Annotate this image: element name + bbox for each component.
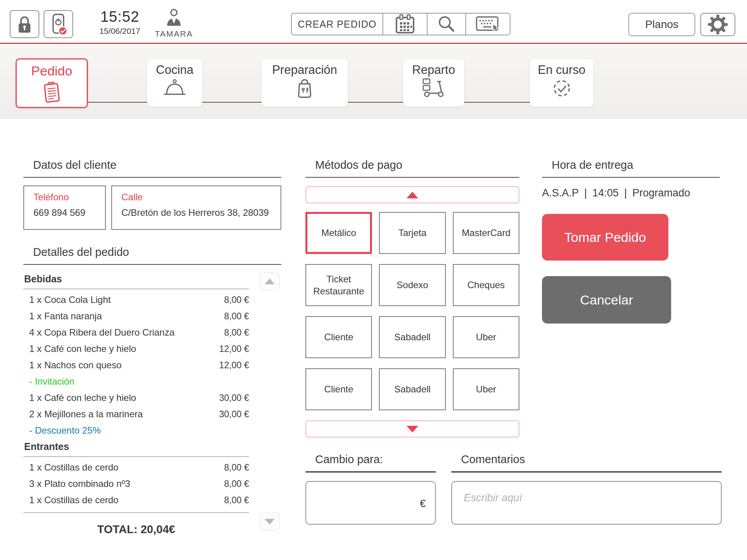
device-status-icon: [49, 12, 68, 36]
cloche-icon: [163, 79, 186, 98]
current-user: TAMARA: [153, 9, 195, 38]
payment-method-mastercard[interactable]: MasterCard: [453, 212, 519, 254]
tab-cocina[interactable]: Cocina: [147, 59, 202, 107]
cambio-section: Cambio para: €: [305, 453, 436, 525]
order-item-row[interactable]: 1 x Costillas de cerdo 8,00 €: [23, 492, 249, 508]
cambio-input[interactable]: [305, 481, 436, 525]
device-status-button[interactable]: [44, 10, 73, 38]
order-section-title: Detalles del pedido: [23, 246, 281, 265]
calendar-button[interactable]: [382, 14, 427, 35]
delivery-option-programado[interactable]: Programado: [632, 187, 690, 199]
payments-page-down-button[interactable]: [305, 420, 519, 438]
item-price: 12,00 €: [219, 360, 249, 371]
page-up-icon: [407, 192, 418, 198]
payments-section: Métodos de pago Metálico Tarjeta MasterC…: [305, 159, 519, 438]
delivery-options: A.S.A.P | 14:05 | Programado: [542, 187, 720, 199]
tab-pedido[interactable]: Pedido: [16, 58, 88, 108]
payment-method-ticket-restaurante[interactable]: Ticket Restaurante: [305, 264, 372, 306]
tab-preparacion[interactable]: Preparación: [261, 59, 348, 107]
search-button[interactable]: [427, 14, 465, 35]
modifier-text: - Descuento 25%: [29, 425, 101, 436]
order-scroll-down-button[interactable]: [260, 513, 280, 530]
comments-section: Comentarios: [451, 453, 722, 526]
street-value: C/Bretón de los Herreros 38, 28039: [121, 207, 281, 218]
tab-preparacion-label: Preparación: [272, 63, 337, 77]
order-notepad-icon: [40, 78, 63, 105]
tab-reparto-label: Reparto: [412, 63, 455, 77]
order-modifier-descuento[interactable]: - Descuento 25%: [23, 422, 249, 439]
payments-section-title: Métodos de pago: [305, 159, 519, 178]
payment-method-sabadell[interactable]: Sabadell: [379, 316, 445, 358]
street-field[interactable]: Calle C/Bretón de los Herreros 38, 28039: [111, 186, 281, 230]
order-item-row[interactable]: 1 x Café con leche y hielo 30,00 €: [23, 390, 249, 406]
order-scroll-up-button[interactable]: [260, 272, 280, 290]
order-modifier-invitacion[interactable]: - Invitación: [23, 373, 249, 390]
keyboard-button[interactable]: [465, 14, 510, 35]
scroll-up-icon: [265, 278, 275, 284]
order-item-row[interactable]: 3 x Plato combinado nº3 8,00 €: [23, 476, 249, 492]
payment-method-sodexo[interactable]: Sodexo: [379, 264, 445, 306]
date-text: 15/06/2017: [93, 26, 147, 36]
user-icon: [165, 9, 182, 27]
payments-page-up-button[interactable]: [305, 186, 519, 203]
item-price: 8,00 €: [224, 462, 249, 473]
comments-input[interactable]: [451, 481, 722, 525]
payment-method-metalico[interactable]: Metálico: [305, 212, 372, 254]
delivery-option-asap[interactable]: A.S.A.P: [542, 187, 579, 199]
planos-button[interactable]: Planos: [628, 13, 695, 36]
take-order-button[interactable]: Tomar Pedido: [542, 214, 668, 261]
order-item-row[interactable]: 4 x Copa Ribera del Duero Crianza 8,00 €: [23, 324, 249, 341]
item-name: 1 x Fanta naranja: [29, 311, 102, 322]
phone-label: Teléfono: [33, 192, 105, 203]
payment-method-uber[interactable]: Uber: [453, 368, 519, 410]
takeaway-bag-icon: [296, 78, 314, 100]
order-item-row[interactable]: 2 x Mejillones a la marinera 30,00 €: [23, 406, 249, 422]
gear-icon: [708, 14, 728, 35]
street-label: Calle: [121, 192, 281, 203]
order-section: Detalles del pedido Bebidas 1 x Coca Col…: [23, 246, 281, 536]
payment-method-cliente[interactable]: Cliente: [305, 368, 372, 410]
lock-button[interactable]: [10, 10, 39, 38]
top-bar: 15:52 15/06/2017 TAMARA CREAR PEDIDO: [0, 0, 747, 44]
keyboard-icon: [476, 15, 500, 34]
item-price: 8,00 €: [224, 495, 249, 506]
payment-methods-grid: Metálico Tarjeta MasterCard Ticket Resta…: [305, 212, 519, 410]
order-item-row[interactable]: 1 x Fanta naranja 8,00 €: [23, 308, 249, 324]
customer-section: Datos del cliente Teléfono 669 894 569 C…: [23, 159, 281, 230]
delivery-separator: |: [584, 187, 587, 199]
order-items-list: Bebidas 1 x Coca Cola Light 8,00 € 1 x F…: [23, 271, 249, 536]
settings-button[interactable]: [700, 13, 735, 36]
page-down-icon: [407, 426, 418, 432]
order-item-row[interactable]: 1 x Costillas de cerdo 8,00 €: [23, 459, 249, 476]
payment-method-uber[interactable]: Uber: [453, 316, 519, 358]
item-price: 12,00 €: [219, 344, 249, 354]
cancel-button[interactable]: Cancelar: [542, 276, 671, 324]
order-item-row[interactable]: 1 x Coca Cola Light 8,00 €: [23, 292, 249, 308]
payment-method-tarjeta[interactable]: Tarjeta: [379, 212, 445, 254]
search-icon: [437, 14, 456, 34]
payment-method-cheques[interactable]: Cheques: [453, 264, 519, 306]
phone-field[interactable]: Teléfono 669 894 569: [23, 186, 106, 230]
order-group-bebidas: Bebidas 1 x Coca Cola Light 8,00 € 1 x F…: [23, 271, 249, 439]
order-toolbar: CREAR PEDIDO: [291, 13, 510, 35]
delivery-section: Hora de entrega A.S.A.P | 14:05 | Progra…: [542, 159, 720, 324]
payment-method-cliente[interactable]: Cliente: [305, 316, 372, 358]
item-name: 1 x Costillas de cerdo: [29, 495, 118, 506]
order-item-row[interactable]: 1 x Nachos con queso 12,00 €: [23, 357, 249, 373]
payment-method-sabadell[interactable]: Sabadell: [379, 368, 445, 410]
user-name: TAMARA: [153, 29, 195, 38]
item-name: 3 x Plato combinado nº3: [29, 478, 130, 489]
tab-reparto[interactable]: Reparto: [403, 59, 464, 107]
order-item-row[interactable]: 1 x Café con leche y hielo 12,00 €: [23, 341, 249, 357]
order-group-title: Entrantes: [23, 439, 249, 457]
currency-symbol: €: [420, 498, 426, 510]
delivery-option-time[interactable]: 14:05: [593, 187, 619, 199]
tab-en-curso[interactable]: En curso: [530, 59, 593, 107]
crear-pedido-button[interactable]: CREAR PEDIDO: [292, 14, 382, 35]
order-group-title: Bebidas: [23, 271, 249, 289]
order-group-entrantes: Entrantes 1 x Costillas de cerdo 8,00 € …: [23, 439, 249, 508]
clock: 15:52 15/06/2017: [93, 9, 147, 36]
item-price: 30,00 €: [219, 393, 249, 403]
item-price: 8,00 €: [224, 311, 249, 322]
tab-en-curso-label: En curso: [538, 63, 585, 77]
